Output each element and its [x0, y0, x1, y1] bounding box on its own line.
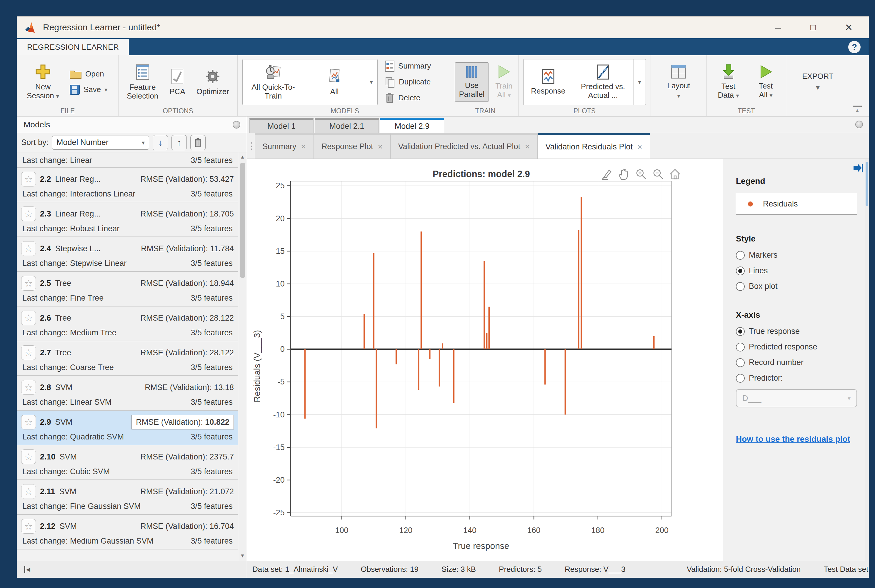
model-list-item[interactable]: ☆2.9SVMRMSE (Validation): 10.822Last cha… — [17, 411, 238, 446]
minimize-button[interactable]: – — [775, 22, 781, 33]
model-list-item[interactable]: ☆2.8SVMRMSE (Validation): 13.18Last chan… — [17, 376, 238, 411]
save-button[interactable]: Save ▾ — [69, 84, 107, 95]
maximize-button[interactable]: □ — [810, 23, 816, 32]
use-parallel-toggle[interactable]: Use Parallel — [455, 62, 489, 102]
sort-ascending-button[interactable]: ↑ — [171, 135, 187, 150]
model-list-item[interactable]: ☆2.5TreeRMSE (Validation): 18.944Last ch… — [17, 272, 238, 306]
model-id: 2.11 — [40, 487, 55, 496]
models-panel: Models Sort by: Model Number ▾ ↓ ↑ — [17, 117, 247, 561]
xaxis-radio-option[interactable]: Record number — [736, 358, 857, 367]
model-list-item[interactable]: ☆2.10SVMRMSE (Validation): 2375.7Last ch… — [17, 446, 238, 480]
model-list-item[interactable]: ☆2.7TreeRMSE (Validation): 28.122Last ch… — [17, 341, 238, 376]
plots-gallery-expand-button[interactable]: ▾ — [633, 59, 646, 105]
test-all-button[interactable]: Test All ▾ — [751, 64, 781, 100]
close-icon[interactable]: × — [637, 142, 642, 152]
predicted-vs-actual-button[interactable]: Predicted vs. Actual ... — [572, 59, 633, 105]
panel-menu-icon[interactable] — [233, 121, 240, 129]
plot-tab-label: Validation Residuals Plot — [545, 142, 633, 152]
tab-plot[interactable]: Summary× — [255, 133, 314, 159]
model-list-item[interactable]: ☆2.6TreeRMSE (Validation): 28.122Last ch… — [17, 306, 238, 341]
dock-panel-button[interactable] — [852, 164, 863, 176]
model-list-item[interactable]: ☆2.11SVMRMSE (Validation): 21.072Last ch… — [17, 480, 238, 515]
tab-plot[interactable]: Validation Predicted vs. Actual Plot× — [391, 133, 538, 159]
favorite-star-icon[interactable]: ☆ — [21, 519, 36, 534]
tab-plot[interactable]: Validation Residuals Plot× — [538, 133, 650, 159]
collapse-panel-icon[interactable]: ◀ — [24, 566, 30, 573]
tab-regression-learner[interactable]: REGRESSION LEARNER — [17, 39, 129, 55]
favorite-star-icon[interactable]: ☆ — [21, 415, 36, 429]
optimizer-label: Optimizer — [196, 87, 229, 96]
optimizer-button[interactable]: Optimizer — [193, 68, 233, 96]
delete-model-button[interactable] — [190, 135, 205, 150]
close-icon[interactable]: × — [378, 142, 382, 152]
models-scrollbar[interactable]: ▲ ▼ — [238, 152, 247, 561]
sort-by-dropdown[interactable]: Model Number ▾ — [52, 136, 149, 150]
drag-grip-icon[interactable]: ⋮ — [248, 133, 255, 159]
scroll-thumb[interactable] — [240, 163, 245, 278]
new-session-button[interactable]: New Session ▾ — [22, 63, 64, 100]
scroll-down-icon[interactable]: ▼ — [240, 552, 245, 560]
models-list: Last change: Linear3/5 features☆2.2Linea… — [17, 152, 238, 561]
style-radio-option[interactable]: Box plot — [736, 282, 857, 291]
y-tick-label: 25 — [276, 181, 285, 190]
predictor-dropdown[interactable]: D___ ▾ — [736, 389, 857, 407]
residuals-help-link[interactable]: How to use the residuals plot — [736, 435, 850, 444]
layout-button[interactable]: Layout ▾ — [664, 65, 694, 99]
response-plot-button[interactable]: Response — [523, 59, 572, 105]
style-title: Style — [736, 234, 857, 243]
layout-label: Layout — [667, 81, 690, 90]
model-list-item[interactable]: ☆2.2Linear Reg...RMSE (Validation): 53.4… — [17, 168, 238, 202]
tab-model[interactable]: Model 2.1 — [315, 118, 379, 133]
xaxis-radio-option[interactable]: True response — [736, 327, 857, 336]
collapse-ribbon-button[interactable]: ▲ — [853, 106, 862, 113]
favorite-star-icon[interactable]: ☆ — [21, 172, 36, 186]
y-tick-label: 15 — [276, 247, 285, 256]
models-gallery-expand-button[interactable]: ▾ — [365, 59, 378, 105]
style-radio-option[interactable]: Lines — [736, 266, 857, 275]
xaxis-radio-option[interactable]: Predicted response — [736, 342, 857, 351]
favorite-star-icon[interactable]: ☆ — [21, 345, 36, 360]
all-quick-to-train-button[interactable]: All Quick-To-Train — [243, 59, 304, 105]
close-icon[interactable]: × — [525, 142, 530, 152]
favorite-star-icon[interactable]: ☆ — [21, 241, 36, 256]
favorite-star-icon[interactable]: ☆ — [21, 276, 36, 291]
model-list-item[interactable]: ☆2.12SVMRMSE (Validation): 16.704Last ch… — [17, 515, 238, 549]
duplicate-button[interactable]: Duplicate — [385, 76, 431, 88]
rmse-label: RMSE (Validation): — [140, 522, 207, 531]
delete-button[interactable]: Delete — [385, 92, 431, 104]
favorite-star-icon[interactable]: ☆ — [21, 380, 36, 395]
help-button[interactable]: ? — [848, 41, 861, 53]
close-icon[interactable]: × — [301, 142, 306, 152]
test-data-button[interactable]: Test Data ▾ — [712, 64, 745, 100]
close-button[interactable]: × — [845, 21, 853, 33]
train-all-button[interactable]: Train All ▾ — [492, 64, 516, 100]
panel-menu-icon[interactable] — [855, 121, 863, 128]
model-list-item[interactable]: ☆2.4Stepwise L...RMSE (Validation): 11.7… — [17, 237, 238, 272]
sort-descending-button[interactable]: ↓ — [153, 135, 168, 150]
scroll-up-icon[interactable]: ▲ — [240, 153, 245, 161]
feature-selection-button[interactable]: Feature Selection — [123, 64, 162, 100]
summary-button[interactable]: Summary — [385, 60, 431, 72]
y-tick-label: 10 — [276, 279, 285, 288]
options-scroll-thumb[interactable] — [866, 162, 868, 206]
options-scrollbar[interactable] — [865, 159, 869, 561]
chevron-down-icon: ▾ — [677, 92, 680, 99]
pca-button[interactable]: PCA — [166, 68, 189, 96]
xaxis-radio-option[interactable]: Predictor: — [736, 374, 857, 382]
tab-plot[interactable]: Response Plot× — [314, 133, 391, 159]
tab-model[interactable]: Model 1 — [249, 118, 313, 133]
model-list-item[interactable]: ☆2.3Linear Reg...RMSE (Validation): 18.7… — [17, 202, 238, 237]
all-models-button[interactable]: All — [304, 59, 365, 105]
favorite-star-icon[interactable]: ☆ — [21, 450, 36, 464]
tab-model[interactable]: Model 2.9 — [380, 118, 444, 133]
feature-selection-label: Feature Selection — [127, 82, 158, 100]
favorite-star-icon[interactable]: ☆ — [21, 310, 36, 326]
open-button[interactable]: Open — [69, 69, 107, 79]
radio-icon — [736, 343, 745, 351]
style-radio-option[interactable]: Markers — [736, 250, 857, 260]
model-list-item-partial[interactable]: Last change: Linear3/5 features — [17, 152, 238, 168]
export-button[interactable]: EXPORT ▾ — [799, 72, 837, 92]
save-floppy-icon — [69, 84, 80, 95]
favorite-star-icon[interactable]: ☆ — [21, 207, 36, 221]
favorite-star-icon[interactable]: ☆ — [21, 484, 36, 499]
